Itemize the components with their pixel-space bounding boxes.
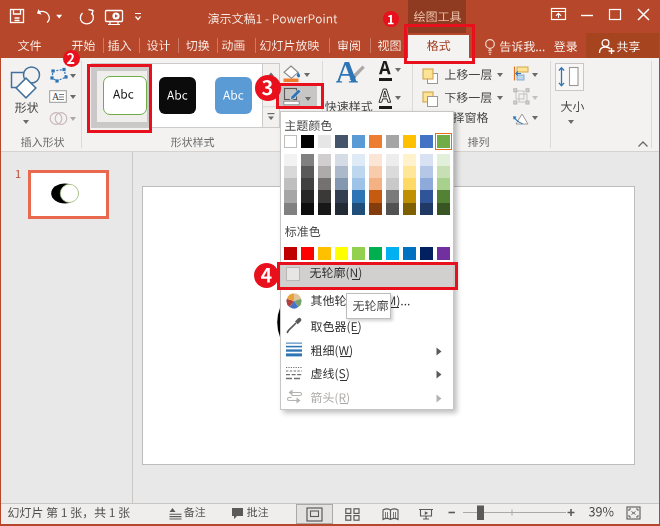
svg-text:A: A: [52, 91, 60, 102]
